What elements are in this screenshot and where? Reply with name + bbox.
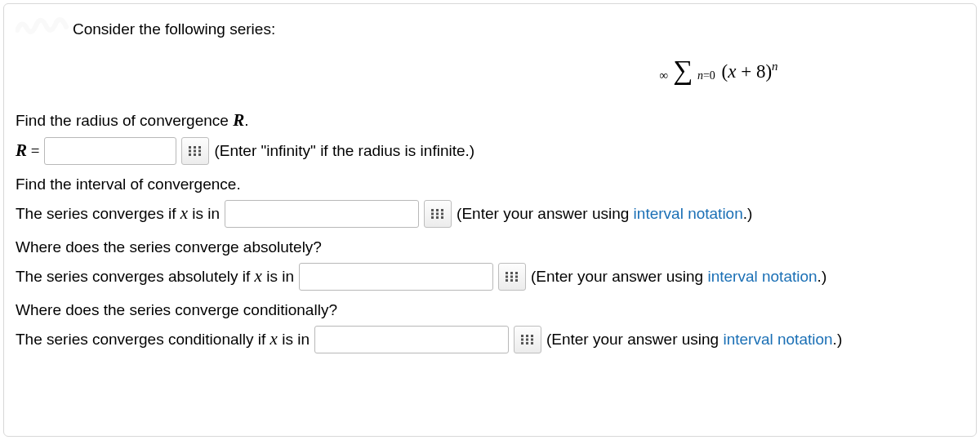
svg-rect-27 (521, 335, 523, 337)
sigma-symbol: ∑ (673, 55, 693, 85)
svg-rect-29 (531, 335, 533, 337)
svg-rect-22 (510, 275, 513, 278)
svg-rect-24 (506, 279, 508, 282)
svg-rect-26 (515, 279, 518, 282)
svg-rect-32 (531, 338, 533, 340)
svg-rect-12 (431, 212, 434, 215)
svg-rect-18 (506, 272, 508, 274)
question-interval: Find the interval of convergence. The se… (16, 176, 964, 229)
series-formula: ∞ ∑ n=0 (x + 8)n (16, 58, 964, 84)
svg-rect-8 (198, 153, 201, 156)
keypad-button[interactable] (498, 263, 526, 291)
q4-hint: (Enter your answer using interval notati… (546, 325, 842, 354)
svg-rect-1 (194, 146, 196, 149)
svg-rect-35 (531, 342, 533, 344)
svg-rect-6 (189, 153, 191, 156)
keypad-button[interactable] (424, 200, 452, 228)
svg-rect-16 (436, 216, 439, 219)
q3-heading: Where does the series converge absolutel… (16, 238, 964, 256)
svg-rect-28 (526, 335, 528, 337)
svg-rect-14 (441, 212, 443, 215)
svg-rect-34 (526, 342, 528, 344)
q2-label: The series converges if x is in (16, 198, 220, 229)
interval-notation-link[interactable]: interval notation (634, 205, 743, 222)
absolute-interval-input[interactable] (299, 263, 493, 291)
keypad-button[interactable] (181, 137, 209, 165)
svg-rect-23 (515, 275, 518, 278)
question-radius: Find the radius of convergence R. R = (E… (16, 110, 964, 166)
q1-hint: (Enter "infinity" if the radius is infin… (214, 136, 474, 166)
conditional-interval-input[interactable] (314, 326, 509, 353)
svg-rect-10 (436, 209, 439, 211)
svg-rect-9 (431, 209, 434, 211)
svg-rect-30 (521, 338, 523, 340)
svg-rect-4 (194, 149, 196, 152)
svg-rect-31 (526, 338, 528, 340)
question-conditional: Where does the series converge condition… (16, 301, 964, 354)
question-panel: Consider the following series: ∞ ∑ n=0 (… (3, 3, 977, 437)
svg-rect-20 (515, 272, 518, 274)
redaction-scribble (16, 19, 73, 38)
svg-rect-15 (431, 216, 434, 219)
svg-rect-21 (506, 275, 508, 278)
svg-rect-17 (441, 216, 443, 219)
radius-input[interactable] (44, 137, 176, 165)
sum-lower-limit: n=0 (697, 69, 715, 82)
prompt-row: Consider the following series: (16, 19, 964, 38)
q1-label: R = (16, 136, 39, 166)
svg-rect-13 (436, 212, 439, 215)
svg-rect-5 (198, 149, 201, 152)
q2-heading: Find the interval of convergence. (16, 176, 964, 193)
svg-rect-0 (189, 146, 191, 149)
sum-upper-limit: ∞ (659, 69, 668, 82)
prompt-text: Consider the following series: (73, 19, 275, 38)
svg-rect-7 (194, 153, 196, 156)
interval-notation-link[interactable]: interval notation (723, 331, 832, 348)
interval-notation-link[interactable]: interval notation (707, 268, 817, 285)
q4-heading: Where does the series converge condition… (16, 301, 964, 319)
svg-rect-3 (189, 149, 191, 152)
keypad-button[interactable] (514, 326, 541, 353)
question-absolute: Where does the series converge absolutel… (16, 238, 964, 291)
q3-hint: (Enter your answer using interval notati… (531, 262, 826, 291)
interval-input[interactable] (225, 200, 419, 228)
svg-rect-33 (521, 342, 523, 344)
svg-rect-11 (441, 209, 443, 211)
svg-rect-2 (198, 146, 201, 149)
q4-label: The series converges conditionally if x … (16, 324, 310, 354)
q2-hint: (Enter your answer using interval notati… (457, 199, 752, 229)
q1-heading: Find the radius of convergence R. (16, 110, 964, 131)
q3-label: The series converges absolutely if x is … (16, 261, 294, 291)
svg-rect-19 (510, 272, 513, 274)
series-term: (x + 8)n (720, 60, 778, 82)
svg-rect-25 (510, 279, 513, 282)
